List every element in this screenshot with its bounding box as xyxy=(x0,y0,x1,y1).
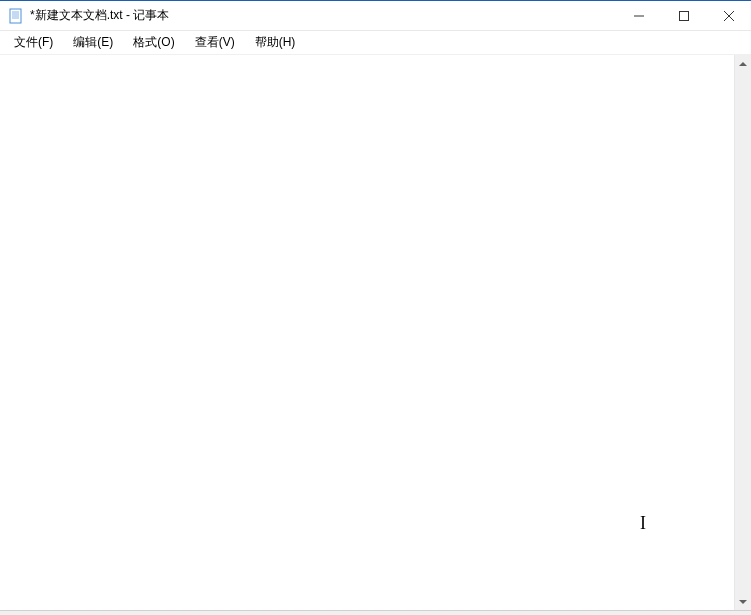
svg-rect-6 xyxy=(679,11,688,20)
text-editor[interactable] xyxy=(0,55,734,610)
svg-marker-10 xyxy=(739,600,747,604)
menu-edit[interactable]: 编辑(E) xyxy=(63,32,123,53)
editor-container: I xyxy=(0,55,751,610)
minimize-button[interactable] xyxy=(616,1,661,30)
svg-marker-9 xyxy=(739,62,747,66)
menu-file[interactable]: 文件(F) xyxy=(4,32,63,53)
menu-format[interactable]: 格式(O) xyxy=(123,32,184,53)
titlebar: *新建文本文档.txt - 记事本 xyxy=(0,1,751,31)
scroll-down-arrow-icon[interactable] xyxy=(735,593,751,610)
notepad-icon xyxy=(8,8,24,24)
vertical-scrollbar[interactable] xyxy=(734,55,751,610)
window-title: *新建文本文档.txt - 记事本 xyxy=(30,7,616,24)
menu-view[interactable]: 查看(V) xyxy=(185,32,245,53)
window-controls xyxy=(616,1,751,30)
menu-help[interactable]: 帮助(H) xyxy=(245,32,306,53)
menubar: 文件(F) 编辑(E) 格式(O) 查看(V) 帮助(H) xyxy=(0,31,751,55)
maximize-button[interactable] xyxy=(661,1,706,30)
scroll-up-arrow-icon[interactable] xyxy=(735,55,751,72)
statusbar xyxy=(0,610,751,615)
close-button[interactable] xyxy=(706,1,751,30)
